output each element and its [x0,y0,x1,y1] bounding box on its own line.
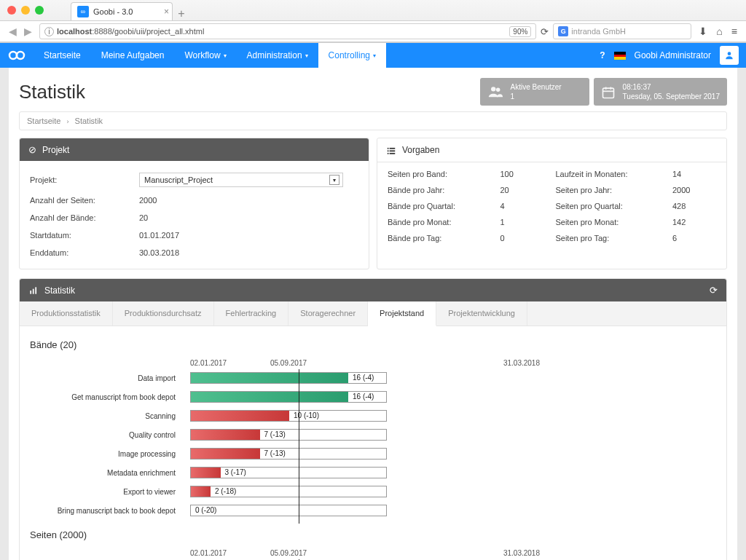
vorgaben-value: 428 [672,202,716,210]
chevron-down-icon: ▾ [373,52,376,59]
vorgaben-value: 142 [672,218,716,226]
projekt-select[interactable]: Manuscript_Project ▾ [139,173,343,187]
chart-bar-value: 16 (-4) [353,393,374,401]
vorgaben-label: Bände pro Quartal: [388,202,488,210]
app-logo[interactable] [0,43,34,68]
nav-workflow[interactable]: Workflow▾ [174,43,236,68]
vorgaben-value: 20 [500,186,543,194]
forbidden-icon: ⊘ [28,144,36,155]
chart-bar-track: 10 (-10) [190,410,387,422]
stat-tabs: ProduktionsstatistikProduktionsdurchsatz… [20,301,726,326]
address-bar[interactable]: i localhost :8888/goobi/uii/project_all.… [39,23,536,39]
breadcrumb-home[interactable]: Startseite [27,117,60,125]
nav-meine-aufgaben[interactable]: Meine Aufgaben [91,43,175,68]
chart-row: Metadata enrichment 3 (-17) [190,467,387,478]
chart-bar-fill [191,392,348,402]
chart-date-end: 31.03.2018 [503,359,540,367]
forward-button[interactable]: ▶ [24,25,32,37]
stat-tab[interactable]: Produktionsstatistik [20,301,113,326]
field-value: 2000 [139,196,157,205]
new-tab-button[interactable]: + [173,7,190,20]
user-avatar-icon[interactable] [720,46,739,65]
chart-row-label: Bring manuscript back to book depot [30,507,183,515]
statistik-panel-title: Statistik [44,285,75,296]
vorgaben-label: Seiten pro Band: [388,170,488,178]
minimize-window-button[interactable] [21,6,30,15]
field-label: Anzahl der Bände: [30,213,139,222]
list-icon [386,144,396,156]
vorgaben-grid: Seiten pro Band: 100 Laufzeit in Monaten… [388,170,716,242]
svg-rect-17 [35,287,36,293]
vorgaben-label: Seiten pro Quartal: [555,202,661,210]
widget-active-users: Aktive Benutzer 1 [480,78,589,106]
user-name[interactable]: Goobi Administrator [635,50,711,60]
active-users-count: 1 [511,92,562,101]
chart-date-end: 31.03.2018 [503,549,540,557]
breadcrumb-separator-icon: › [67,118,69,125]
baende-chart: 02.01.2017 05.09.2017 31.03.2018 Data im… [30,359,716,516]
svg-rect-9 [388,147,389,149]
back-button[interactable]: ◀ [9,25,17,37]
menu-icon[interactable]: ≡ [731,25,737,37]
stat-tab[interactable]: Projektstand [368,301,436,326]
nav-controlling[interactable]: Controlling▾ [318,43,386,68]
nav-administration[interactable]: Administration▾ [237,43,318,68]
chart-row: Export to viewer 2 (-18) [190,486,387,497]
svg-rect-16 [33,289,34,294]
stat-tab[interactable]: Projektentwicklung [436,301,527,326]
tab-favicon: ∞ [77,6,89,17]
vorgaben-value: 0 [500,234,543,242]
reload-button[interactable]: ⟳ [541,26,549,37]
vorgaben-label: Laufzeit in Monaten: [555,170,661,178]
field-value: 01.01.2017 [139,231,179,240]
maximize-window-button[interactable] [35,6,44,15]
field-value: 30.03.2018 [139,248,179,257]
chevron-down-icon: ▾ [329,175,339,185]
home-icon[interactable]: ⌂ [716,25,722,37]
help-link[interactable]: ? [600,50,605,60]
flag-de-icon[interactable] [614,52,626,60]
vorgaben-value: 1 [500,218,543,226]
nav-startseite[interactable]: Startseite [34,43,91,68]
chart-bar-value: 7 (-13) [264,449,286,457]
zoom-badge[interactable]: 90% [509,26,531,37]
close-window-button[interactable] [7,6,16,15]
refresh-button[interactable]: ⟳ [710,285,718,296]
browser-chrome: ∞ Goobi - 3.0 × + ◀ ▶ i localhost :8888/… [0,0,746,43]
tab-close-icon[interactable]: × [164,7,169,17]
breadcrumb: Startseite › Statistik [19,111,727,130]
chart-bar-track: 16 (-4) [190,391,387,403]
chart-bar-fill [191,430,260,440]
stat-tab[interactable]: Fehlertracking [214,301,289,326]
svg-rect-15 [30,291,31,294]
stat-tab[interactable]: Storagerechner [288,301,368,326]
stat-tab[interactable]: Produktionsdurchsatz [113,301,214,326]
vorgaben-label: Bände pro Tag: [388,234,488,242]
chart-bar-fill [191,449,260,459]
browser-search-box[interactable]: G intranda GmbH [553,23,691,39]
chart-bar-value: 3 (-17) [225,468,246,476]
chart-bar-track: 7 (-13) [190,448,387,460]
browser-tab[interactable]: ∞ Goobi - 3.0 × [71,2,173,20]
download-icon[interactable]: ⬇ [699,25,707,37]
svg-point-3 [491,87,495,91]
chart-bar-value: 0 (-20) [195,506,216,514]
chart-bar-track: 3 (-17) [190,467,387,478]
vorgaben-value: 4 [500,202,543,210]
chart-bar-value: 16 (-4) [353,374,374,382]
chart-row-label: Get manuscript from book depot [30,393,183,401]
main-nav: Startseite Meine Aufgaben Workflow▾ Admi… [34,43,386,68]
window-traffic-lights [7,6,44,15]
seiten-chart: 02.01.2017 05.09.2017 31.03.2018 Data im… [30,549,716,560]
svg-point-1 [17,52,24,59]
site-info-icon[interactable]: i [44,27,54,36]
vorgaben-label: Seiten pro Tag: [555,234,661,242]
projekt-panel-title: Projekt [42,145,69,155]
chart-bar-fill [191,373,348,383]
vorgaben-label: Bände pro Jahr: [388,186,488,194]
chart-row-label: Scanning [30,412,183,420]
chart-icon [28,285,39,296]
chart-row: Data import 16 (-4) [190,372,387,384]
vorgaben-panel-title: Vorgaben [402,145,439,155]
chart-date-start: 02.01.2017 [190,359,227,367]
